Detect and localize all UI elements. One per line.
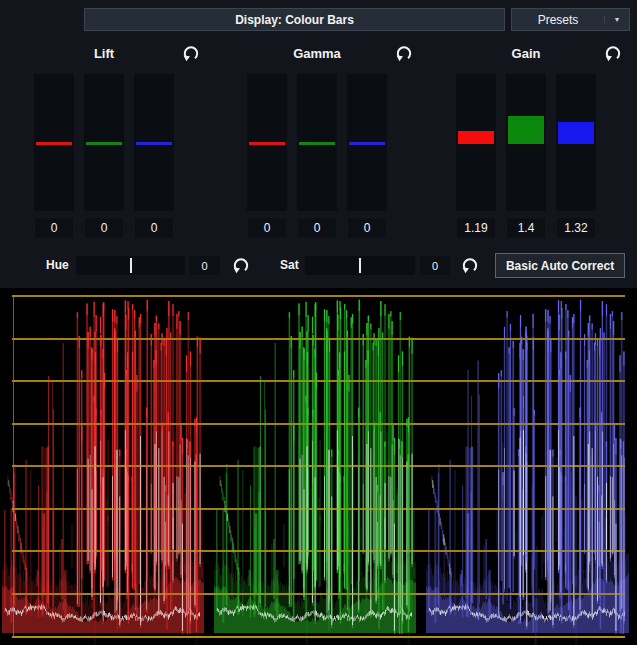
rgb-waveform-scope — [0, 288, 637, 645]
slider-value[interactable]: 0 — [34, 217, 74, 239]
reset-icon[interactable] — [604, 44, 622, 62]
slider-handle[interactable] — [458, 131, 494, 144]
slider-handle[interactable] — [86, 142, 122, 145]
auto-correct-label: Basic Auto Correct — [506, 259, 614, 273]
slider-blue[interactable] — [556, 74, 596, 211]
section-title: Gamma — [247, 46, 387, 61]
slider-red[interactable] — [247, 74, 287, 211]
presets-button[interactable]: Presets — [512, 13, 604, 27]
display-mode-button[interactable]: Display: Colour Bars — [84, 8, 505, 31]
hue-reset-icon[interactable] — [232, 256, 250, 274]
gamma-section: Gamma 0 0 0 — [247, 44, 422, 244]
slider-handle[interactable] — [249, 142, 285, 145]
display-mode-label: Display: Colour Bars — [235, 13, 354, 27]
slider-handle[interactable] — [136, 142, 172, 145]
sat-slider-tick[interactable] — [359, 258, 361, 273]
slider-value[interactable]: 0 — [134, 217, 174, 239]
slider-handle[interactable] — [299, 142, 335, 145]
reset-icon[interactable] — [182, 44, 200, 62]
hue-label: Hue — [46, 258, 69, 272]
slider-blue[interactable] — [347, 74, 387, 211]
slider-value[interactable]: 1.19 — [456, 217, 496, 239]
presets-split-button[interactable]: Presets ▼ — [511, 8, 630, 31]
sat-value[interactable]: 0 — [420, 256, 450, 275]
slider-green[interactable] — [84, 74, 124, 211]
slider-red[interactable] — [34, 74, 74, 211]
section-title: Lift — [34, 46, 174, 61]
slider-handle[interactable] — [36, 142, 72, 145]
slider-value[interactable]: 0 — [347, 217, 387, 239]
sat-label: Sat — [280, 258, 299, 272]
slider-value[interactable]: 0 — [84, 217, 124, 239]
slider-handle[interactable] — [558, 122, 594, 144]
gain-section: Gain 1.19 1.4 1.32 — [456, 44, 631, 244]
sat-reset-icon[interactable] — [461, 256, 479, 274]
slider-red[interactable] — [456, 74, 496, 211]
hue-slider[interactable] — [76, 256, 185, 275]
slider-green[interactable] — [297, 74, 337, 211]
presets-label: Presets — [538, 13, 579, 27]
slider-value[interactable]: 1.32 — [556, 217, 596, 239]
lift-section: Lift 0 0 0 — [34, 44, 209, 244]
chevron-down-icon: ▼ — [614, 16, 621, 23]
basic-auto-correct-button[interactable]: Basic Auto Correct — [495, 253, 625, 278]
presets-dropdown-button[interactable]: ▼ — [604, 16, 629, 23]
slider-blue[interactable] — [134, 74, 174, 211]
slider-green[interactable] — [506, 74, 546, 211]
sat-slider[interactable] — [305, 256, 415, 275]
section-title: Gain — [456, 46, 596, 61]
hue-slider-tick[interactable] — [130, 258, 132, 273]
hue-value[interactable]: 0 — [189, 256, 220, 275]
slider-handle[interactable] — [508, 116, 544, 144]
slider-value[interactable]: 0 — [247, 217, 287, 239]
slider-handle[interactable] — [349, 142, 385, 145]
reset-icon[interactable] — [395, 44, 413, 62]
adjustments-row: Hue 0 Sat 0 Basic Auto Correct — [0, 252, 637, 282]
slider-value[interactable]: 0 — [297, 217, 337, 239]
slider-value[interactable]: 1.4 — [506, 217, 546, 239]
